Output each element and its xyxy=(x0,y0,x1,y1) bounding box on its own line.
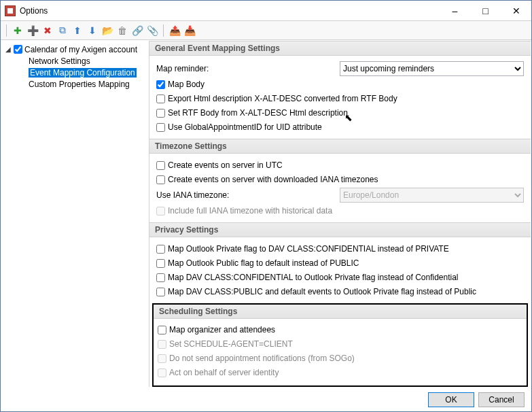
import-icon[interactable]: 📥 xyxy=(183,24,196,37)
trash-icon[interactable]: 🗑 xyxy=(116,24,129,37)
section-header-privacy: Privacy Settings xyxy=(149,222,531,237)
map-dav-public-checkbox[interactable] xyxy=(156,288,165,296)
use-iana-timezone-label: Use IANA timezone: xyxy=(156,190,340,200)
create-events-iana-checkbox[interactable] xyxy=(156,175,165,184)
unlink-icon[interactable]: 📎 xyxy=(145,24,159,37)
checkbox-label: Map DAV CLASS:PUBLIC and default events … xyxy=(168,287,476,296)
no-send-notifications-checkbox xyxy=(158,354,166,363)
down-icon[interactable]: ⬇ xyxy=(86,24,99,37)
iana-timezone-select: Europe/London xyxy=(340,188,524,203)
set-schedule-agent-checkbox xyxy=(158,340,166,349)
tree-item-label: Custom Properties Mapping xyxy=(29,80,130,89)
tree-item-custom-properties[interactable]: Custom Properties Mapping xyxy=(3,78,147,90)
profile-tree: ◢ Calendar of my Axigen account Network … xyxy=(1,41,149,387)
use-global-appointment-id-checkbox[interactable] xyxy=(156,123,165,132)
checkbox-label: Map Outlook Private flag to DAV CLASS:CO… xyxy=(168,244,449,254)
main: ◢ Calendar of my Axigen account Network … xyxy=(1,41,531,387)
link-icon[interactable]: 🔗 xyxy=(130,24,144,37)
folder-open-icon[interactable]: 📂 xyxy=(101,24,114,37)
checkbox-label: Create events on server in UTC xyxy=(168,160,283,170)
checkbox-label: Do not send appointment notifications (f… xyxy=(169,354,355,363)
checkbox-label: Use GlobalAppointmentID for UID attribut… xyxy=(168,122,322,132)
checkbox-label: Map DAV CLASS:CONFIDENTIAL to Outlook Pr… xyxy=(168,273,459,282)
export-html-desc-checkbox[interactable] xyxy=(156,95,165,103)
ok-button[interactable]: OK xyxy=(428,392,474,407)
checkbox-label: Create events on server with downloaded … xyxy=(168,175,378,184)
add-icon[interactable]: ✚ xyxy=(11,24,24,37)
map-reminder-label: Map reminder: xyxy=(156,64,340,73)
up-icon[interactable]: ⬆ xyxy=(71,24,84,37)
section-header-scheduling: Scheduling Settings xyxy=(154,305,527,319)
cancel-button[interactable]: Cancel xyxy=(478,392,525,407)
toolbar-separator xyxy=(163,24,164,37)
tree-expander-icon[interactable]: ◢ xyxy=(5,46,14,53)
tree-root-label: Calendar of my Axigen account xyxy=(24,45,137,54)
minimize-button[interactable]: – xyxy=(440,1,470,20)
window-title: Options xyxy=(20,6,440,16)
tree-root-checkbox[interactable] xyxy=(14,45,22,54)
create-events-utc-checkbox[interactable] xyxy=(156,161,165,170)
add-multi-icon[interactable]: ➕ xyxy=(26,24,39,37)
close-button[interactable]: ✕ xyxy=(501,1,531,20)
map-reminder-select[interactable]: Just upcoming reminders xyxy=(340,61,524,76)
include-full-iana-checkbox xyxy=(156,207,165,216)
checkbox-label: Map organizer and attendees xyxy=(169,325,275,334)
checkbox-label: Map Body xyxy=(168,80,205,89)
delete-icon[interactable]: ✖ xyxy=(41,24,54,37)
toolbar: ✚ ➕ ✖ ⧉ ⬆ ⬇ 📂 🗑 🔗 📎 📤 📥 xyxy=(1,21,531,40)
section-header-timezone: Timezone Settings xyxy=(149,139,531,154)
titlebar: Options – □ ✕ xyxy=(1,1,531,21)
tree-item-network-settings[interactable]: Network Settings xyxy=(3,55,147,67)
maximize-button[interactable]: □ xyxy=(470,1,501,20)
section-header-general: General Event Mapping Settings xyxy=(149,41,531,56)
map-organizer-checkbox[interactable] xyxy=(158,326,166,334)
map-dav-confidential-checkbox[interactable] xyxy=(156,273,165,282)
tree-item-label: Event Mapping Configuration xyxy=(29,68,137,78)
section-scheduling: Scheduling Settings Map organizer and at… xyxy=(152,303,528,387)
set-rtf-body-checkbox[interactable] xyxy=(156,109,165,118)
checkbox-label: Act on behalf of server identity xyxy=(169,368,279,377)
dialog-footer: OK Cancel xyxy=(1,388,531,411)
section-timezone: Create events on server in UTC Create ev… xyxy=(149,154,531,222)
map-public-default-checkbox[interactable] xyxy=(156,259,165,268)
window-controls: – □ ✕ xyxy=(440,1,531,20)
checkbox-label: Export Html description X-ALT-DESC conve… xyxy=(168,94,397,103)
act-on-behalf-checkbox xyxy=(158,368,166,377)
map-body-checkbox[interactable] xyxy=(156,80,165,89)
section-general: Map reminder: Just upcoming reminders Ma… xyxy=(149,56,531,139)
section-privacy: Map Outlook Private flag to DAV CLASS:CO… xyxy=(149,237,531,303)
checkbox-label: Include full IANA timezone with historic… xyxy=(168,206,332,216)
copy-icon[interactable]: ⧉ xyxy=(56,24,69,37)
map-private-confidential-checkbox[interactable] xyxy=(156,245,165,254)
app-icon xyxy=(5,5,16,16)
checkbox-label: Set RTF Body from X-ALT-DESC Html descri… xyxy=(168,108,348,118)
toolbar-separator xyxy=(6,24,7,37)
settings-content: General Event Mapping Settings Map remin… xyxy=(149,41,531,387)
tree-item-label: Network Settings xyxy=(29,56,90,66)
tree-item-event-mapping[interactable]: Event Mapping Configuration xyxy=(3,67,147,78)
checkbox-label: Map Outlook Public flag to default inste… xyxy=(168,258,359,268)
export-icon[interactable]: 📤 xyxy=(168,24,181,37)
checkbox-label: Set SCHEDULE-AGENT=CLIENT xyxy=(169,339,293,349)
tree-root[interactable]: ◢ Calendar of my Axigen account xyxy=(3,44,147,55)
